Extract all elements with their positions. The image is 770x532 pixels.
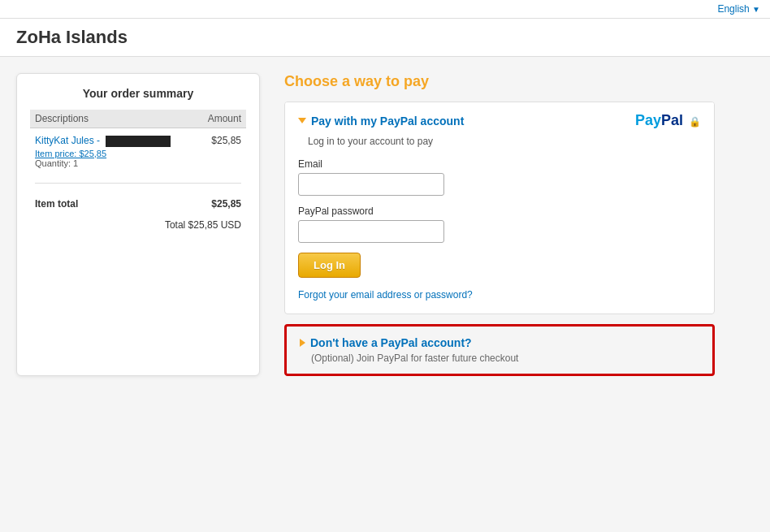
item-redacted-bar bbox=[106, 136, 171, 147]
item-amount: $25,85 bbox=[197, 128, 246, 171]
password-label: PayPal password bbox=[298, 205, 701, 217]
order-summary-title: Your order summary bbox=[30, 87, 246, 100]
password-group: PayPal password bbox=[298, 205, 701, 243]
item-total-label: Item total bbox=[30, 192, 197, 213]
paypal-logo-pal: Pal bbox=[661, 112, 683, 128]
no-paypal-header: Don't have a PayPal account? bbox=[300, 336, 699, 349]
page-content: Your order summary Descriptions Amount K… bbox=[0, 57, 731, 392]
language-label: English bbox=[717, 3, 749, 15]
page-header: ZoHa Islands bbox=[0, 19, 770, 57]
payment-panel: Choose a way to pay Pay with my PayPal a… bbox=[284, 73, 715, 376]
grand-total-row: Total $25,85 USD bbox=[30, 213, 246, 234]
item-name: KittyKat Jules - bbox=[35, 135, 192, 147]
no-paypal-section: Don't have a PayPal account? (Optional) … bbox=[284, 324, 715, 376]
paypal-logo: PayPal bbox=[635, 112, 687, 128]
choose-pay-title: Choose a way to pay bbox=[284, 73, 715, 90]
email-field[interactable] bbox=[298, 173, 444, 196]
table-header-row: Descriptions Amount bbox=[30, 110, 246, 128]
item-quantity: Quantity: 1 bbox=[35, 158, 192, 168]
order-table: Descriptions Amount KittyKat Jules - Ite… bbox=[30, 110, 246, 234]
item-description: KittyKat Jules - Item price: $25,85 Quan… bbox=[30, 128, 197, 171]
item-name-link[interactable]: KittyKat Jules - bbox=[35, 135, 100, 146]
lock-icon: 🔒 bbox=[689, 116, 701, 128]
paypal-section-header: Pay with my PayPal account PayPal 🔒 bbox=[285, 102, 714, 136]
login-button[interactable]: Log In bbox=[298, 253, 361, 278]
divider-row bbox=[30, 171, 246, 192]
item-price-detail: Item price: $25,85 bbox=[35, 149, 192, 158]
chevron-down-icon: ▼ bbox=[752, 5, 760, 14]
table-row: KittyKat Jules - Item price: $25,85 Quan… bbox=[30, 128, 246, 171]
item-total-value: $25,85 bbox=[197, 192, 246, 213]
paypal-login-form: Email PayPal password Log In Forgot your… bbox=[285, 155, 714, 314]
forgot-link[interactable]: Forgot your email address or password? bbox=[298, 289, 701, 301]
email-label: Email bbox=[298, 158, 701, 170]
order-summary-panel: Your order summary Descriptions Amount K… bbox=[16, 73, 260, 376]
no-paypal-link[interactable]: Don't have a PayPal account? bbox=[310, 336, 472, 349]
col-description: Descriptions bbox=[30, 110, 197, 128]
paypal-logo-area: PayPal 🔒 bbox=[635, 112, 701, 129]
triangle-right-icon bbox=[300, 339, 305, 347]
paypal-header-left: Pay with my PayPal account bbox=[298, 115, 464, 128]
paypal-logo-pay: Pay bbox=[635, 112, 661, 128]
triangle-down-icon bbox=[298, 118, 306, 123]
top-bar: English ▼ bbox=[0, 0, 770, 19]
email-group: Email bbox=[298, 158, 701, 196]
item-total-row: Item total $25,85 bbox=[30, 192, 246, 213]
no-paypal-subtitle: (Optional) Join PayPal for faster future… bbox=[300, 353, 699, 364]
paypal-subtitle: Log in to your account to pay bbox=[285, 136, 714, 155]
site-title: ZoHa Islands bbox=[16, 27, 754, 48]
paypal-login-section: Pay with my PayPal account PayPal 🔒 Log … bbox=[284, 102, 715, 314]
pay-with-paypal-link[interactable]: Pay with my PayPal account bbox=[311, 115, 464, 128]
col-amount: Amount bbox=[197, 110, 246, 128]
paypal-password-field[interactable] bbox=[298, 220, 444, 243]
grand-total-value: Total $25,85 USD bbox=[30, 213, 246, 234]
language-selector[interactable]: English ▼ bbox=[717, 3, 760, 15]
